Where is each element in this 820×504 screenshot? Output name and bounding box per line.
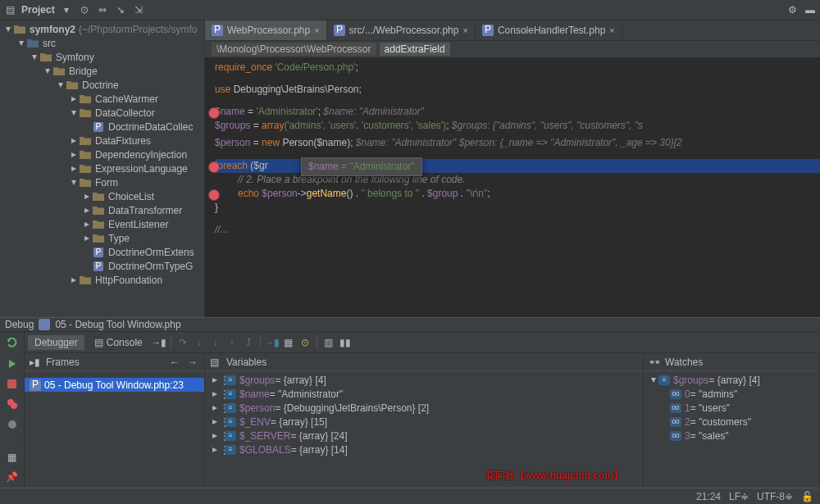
tree-item[interactable]: ▸DataFixtures xyxy=(0,134,204,148)
tree-item[interactable]: ▸DataTransformer xyxy=(0,203,204,217)
next-frame-icon[interactable]: → xyxy=(186,356,199,369)
lock-icon[interactable]: 🔓 xyxy=(801,491,813,502)
php-icon: P xyxy=(482,25,494,36)
evaluate-icon[interactable]: ▦ xyxy=(282,336,295,349)
output-toggle-icon[interactable]: →▮ xyxy=(153,336,166,349)
project-tree[interactable]: ▾symfony2(~/PhpstormProjects/symfo▾src▾S… xyxy=(0,20,205,317)
tab-debugger[interactable]: Debugger xyxy=(28,335,84,350)
watch-item[interactable]: 003 = "sales" xyxy=(644,429,819,443)
layout-button[interactable]: ▦ xyxy=(5,450,20,464)
project-icon: ▤ xyxy=(3,3,16,16)
editor-tab[interactable]: PConsoleHandlerTest.php× xyxy=(476,20,622,40)
svg-text:P: P xyxy=(96,261,102,270)
tree-item[interactable]: ▸EventListener xyxy=(0,217,204,231)
tree-item[interactable]: ▾DataCollector xyxy=(0,106,204,120)
close-icon[interactable]: × xyxy=(462,25,467,35)
svg-text:P: P xyxy=(214,25,221,35)
breakpoint-icon[interactable] xyxy=(208,189,220,201)
variable-row[interactable]: ▸⋮≡$name = "Administrator" xyxy=(205,387,643,401)
debug-run-toolbar: ▦ 📌 ✕ xyxy=(0,332,25,504)
step-out-icon[interactable]: ↑ xyxy=(226,336,239,349)
line-ending[interactable]: LF≑ xyxy=(729,491,749,502)
rerun-button[interactable] xyxy=(5,337,20,351)
tree-root[interactable]: ▾symfony2(~/PhpstormProjects/symfo xyxy=(0,22,204,36)
debug-tool-window-header: Debug 05 - Debug Tool Window.php xyxy=(0,317,820,332)
project-label: Project xyxy=(21,4,55,16)
variable-row[interactable]: ▸⋮≡$groups = {array} [4] xyxy=(205,373,643,387)
collapse-icon[interactable]: ⊙ xyxy=(78,3,91,16)
breadcrumb-path[interactable]: \Monolog\Processor\WebProcessor xyxy=(212,43,376,56)
tree-item[interactable]: PDoctrineOrmTypeG xyxy=(0,259,204,273)
variable-row[interactable]: ▸⋮≡$person = {Debugging\JetBrains\Person… xyxy=(205,401,643,415)
tree-item[interactable]: ▸CacheWarmer xyxy=(0,92,204,106)
variable-row[interactable]: ▸⋮≡$GLOBALS = {array} [14] xyxy=(205,443,643,456)
tree-item[interactable]: ▾src xyxy=(0,36,204,50)
filter-icon[interactable]: ⇲ xyxy=(132,3,145,16)
editor-tab[interactable]: PWebProcessor.php× xyxy=(205,20,327,40)
view-breakpoints-button[interactable] xyxy=(5,397,20,411)
hide-icon[interactable]: ▬ xyxy=(804,3,817,16)
code-editor[interactable]: require_once 'Code/Person.php'; use Debu… xyxy=(205,57,820,317)
resume-button[interactable] xyxy=(5,357,20,371)
stop-button[interactable] xyxy=(5,377,20,391)
tree-item[interactable]: PDoctrineOrmExtens xyxy=(0,245,204,259)
watch-item[interactable]: 002 = "customers" xyxy=(644,415,819,429)
tree-item[interactable]: ▸ChoiceList xyxy=(0,189,204,203)
close-icon[interactable]: × xyxy=(314,25,319,35)
tree-item[interactable]: ▸DependencyInjection xyxy=(0,148,204,161)
tree-item[interactable]: ▾Doctrine xyxy=(0,78,204,92)
variable-row[interactable]: ▸⋮≡$_ENV = {array} [15] xyxy=(205,415,643,429)
close-icon[interactable]: × xyxy=(609,25,614,35)
tree-item[interactable]: ▸ExpressionLanguage xyxy=(0,161,204,175)
debug-session: 05 - Debug Tool Window.php xyxy=(55,319,180,330)
watch-row[interactable]: ▾≡$groups = {array} [4] xyxy=(644,373,819,387)
breadcrumb[interactable]: \Monolog\Processor\WebProcessor addExtra… xyxy=(205,41,820,57)
editor-tabs: PWebProcessor.php×Psrc/.../WebProcessor.… xyxy=(205,20,820,41)
pin-button[interactable]: 📌 xyxy=(5,470,20,484)
mute-breakpoints-button[interactable] xyxy=(5,417,20,431)
tab-console[interactable]: ▤Console xyxy=(88,335,149,350)
editor-tab[interactable]: Psrc/.../WebProcessor.php× xyxy=(327,20,476,40)
gear-icon[interactable]: ⚙ xyxy=(786,3,799,16)
drop-frame-icon[interactable]: ⤴ xyxy=(242,336,255,349)
php-icon: P xyxy=(334,25,345,36)
tree-item[interactable]: ▾Form xyxy=(0,175,204,189)
svg-rect-12 xyxy=(39,319,50,330)
breakpoint-icon[interactable] xyxy=(208,161,220,173)
svg-text:P: P xyxy=(32,379,39,390)
frames-icon: ▸▮ xyxy=(30,356,41,368)
caret-position[interactable]: 21:24 xyxy=(696,491,721,502)
expand-icon[interactable]: ⇔ xyxy=(96,3,109,16)
variables-panel: ▤Variables ▸⋮≡$groups = {array} [4]▸⋮≡$n… xyxy=(205,353,644,504)
svg-point-15 xyxy=(11,402,17,409)
variables-icon: ▤ xyxy=(210,356,221,368)
run-to-cursor-icon[interactable]: →▮ xyxy=(266,336,279,349)
settings-icon[interactable]: ▥ xyxy=(322,336,335,349)
watch-item[interactable]: 001 = "users" xyxy=(644,401,819,415)
frame-row[interactable]: P05 - Debug Tool Window.php:23 xyxy=(25,378,204,392)
encoding[interactable]: UTF-8≑ xyxy=(757,491,793,502)
php-icon: P xyxy=(212,25,223,36)
autoscroll-icon[interactable]: ↘ xyxy=(114,3,127,16)
svg-text:P: P xyxy=(96,122,102,131)
chevron-down-icon[interactable]: ▾ xyxy=(60,3,73,16)
breadcrumb-member[interactable]: addExtraField xyxy=(380,43,450,56)
frames-panel: ▸▮Frames←→ P05 - Debug Tool Window.php:2… xyxy=(25,353,205,504)
tree-item[interactable]: PDoctrineDataCollec xyxy=(0,120,204,134)
variable-row[interactable]: ▸⋮≡$_SERVER = {array} [24] xyxy=(205,429,643,443)
watch-item[interactable]: 000 = "admins" xyxy=(644,387,819,401)
prev-frame-icon[interactable]: ← xyxy=(168,356,181,369)
trace-icon[interactable]: ⊙ xyxy=(298,336,312,349)
step-over-icon[interactable]: ↷ xyxy=(176,336,189,349)
debug-label: Debug xyxy=(5,319,34,330)
more-icon[interactable]: ▮▮ xyxy=(339,336,352,349)
svg-text:P: P xyxy=(336,25,343,35)
tree-item[interactable]: ▾Bridge xyxy=(0,64,204,78)
tree-item[interactable]: ▸Type xyxy=(0,231,204,245)
force-step-into-icon[interactable]: ↓ xyxy=(209,336,222,349)
debug-tabs: Debugger ▤Console →▮ ↷ ↓ ↓ ↑ ⤴ →▮ ▦ ⊙ ▥ … xyxy=(25,332,820,353)
tree-item[interactable]: ▾Symfony xyxy=(0,50,204,64)
step-into-icon[interactable]: ↓ xyxy=(193,336,206,349)
tree-item[interactable]: ▸HttpFoundation xyxy=(0,273,204,287)
breakpoint-icon[interactable] xyxy=(208,107,220,119)
